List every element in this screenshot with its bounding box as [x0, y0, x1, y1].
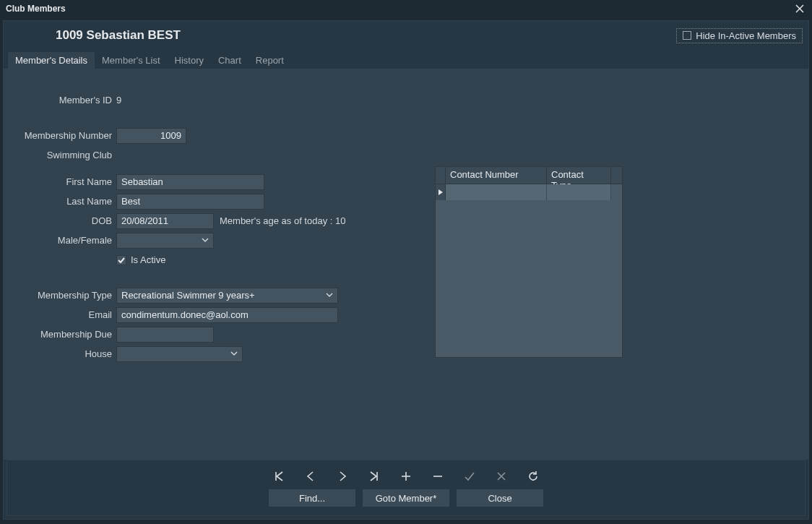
- contact-grid[interactable]: Contact Number Contact Type: [435, 166, 623, 358]
- checkbox-icon: [683, 31, 691, 40]
- page-title: 1009 Sebastian BEST: [56, 28, 181, 43]
- label-membership-number: Membership Number: [11, 130, 116, 141]
- membership-due-input[interactable]: [116, 327, 214, 343]
- label-membership-due: Membership Due: [11, 329, 116, 340]
- close-icon[interactable]: [793, 2, 806, 15]
- window-title: Club Members: [6, 4, 66, 14]
- label-email: Email: [11, 309, 116, 320]
- hide-inactive-label: Hide In-Active Members: [696, 30, 796, 41]
- label-swimming-club: Swimming Club: [11, 150, 116, 160]
- col-contact-number[interactable]: Contact Number: [446, 167, 547, 184]
- nav-last-icon[interactable]: [367, 469, 381, 484]
- dob-input[interactable]: [116, 213, 214, 229]
- is-active-label: Is Active: [131, 254, 165, 265]
- value-member-id: 9: [116, 95, 121, 106]
- email-input[interactable]: [116, 307, 338, 323]
- membership-number-input[interactable]: [116, 128, 186, 144]
- grid-header: Contact Number Contact Type: [436, 167, 622, 184]
- col-contact-type[interactable]: Contact Type: [547, 167, 611, 184]
- cell-contact-number[interactable]: [446, 184, 547, 200]
- tab-report[interactable]: Report: [249, 52, 291, 69]
- row-indicator-icon: [436, 184, 446, 200]
- find-button[interactable]: Find...: [269, 489, 355, 507]
- footer-toolbar: Find... Goto Member* Close: [7, 460, 805, 516]
- gender-select[interactable]: [116, 233, 214, 249]
- goto-member-button[interactable]: Goto Member*: [363, 489, 449, 507]
- label-membership-type: Membership Type: [11, 290, 116, 301]
- first-name-input[interactable]: [116, 174, 264, 190]
- tabs: Member's Details Member's List History C…: [4, 50, 808, 69]
- svg-marker-2: [439, 189, 443, 195]
- last-name-input[interactable]: [116, 194, 264, 210]
- age-note: Member's age as of today : 10: [220, 215, 346, 226]
- checkmark-icon: [116, 255, 126, 265]
- chevron-down-icon: [202, 235, 209, 246]
- label-member-id: Member's ID: [11, 95, 116, 106]
- scrollbar[interactable]: [611, 184, 622, 200]
- membership-type-value: Recreational Swimmer 9 years+: [121, 290, 255, 301]
- remove-icon[interactable]: [431, 469, 445, 484]
- hide-inactive-checkbox[interactable]: Hide In-Active Members: [676, 28, 803, 43]
- scrollbar[interactable]: [611, 167, 622, 184]
- label-gender: Male/Female: [11, 235, 116, 246]
- tab-members-details[interactable]: Member's Details: [8, 52, 95, 69]
- label-house: House: [11, 348, 116, 359]
- cancel-icon[interactable]: [494, 469, 509, 484]
- tab-chart[interactable]: Chart: [211, 52, 249, 69]
- membership-type-select[interactable]: Recreational Swimmer 9 years+: [116, 288, 338, 304]
- close-button[interactable]: Close: [457, 489, 543, 507]
- add-icon[interactable]: [399, 469, 413, 484]
- house-select[interactable]: [116, 346, 243, 362]
- tab-history[interactable]: History: [168, 52, 211, 69]
- refresh-icon[interactable]: [526, 469, 540, 484]
- label-first-name: First Name: [11, 176, 116, 187]
- nav-first-icon[interactable]: [272, 469, 286, 484]
- nav-prev-icon[interactable]: [303, 469, 318, 484]
- is-active-checkbox[interactable]: Is Active: [116, 254, 165, 265]
- label-last-name: Last Name: [11, 196, 116, 207]
- label-dob: DOB: [11, 215, 116, 226]
- confirm-icon[interactable]: [462, 469, 477, 484]
- table-row[interactable]: [436, 184, 622, 200]
- chevron-down-icon: [326, 290, 333, 301]
- chevron-down-icon: [230, 348, 238, 359]
- nav-next-icon[interactable]: [335, 469, 350, 484]
- titlebar: Club Members: [0, 0, 812, 17]
- tab-members-list[interactable]: Member's List: [95, 52, 168, 69]
- cell-contact-type[interactable]: [547, 184, 611, 200]
